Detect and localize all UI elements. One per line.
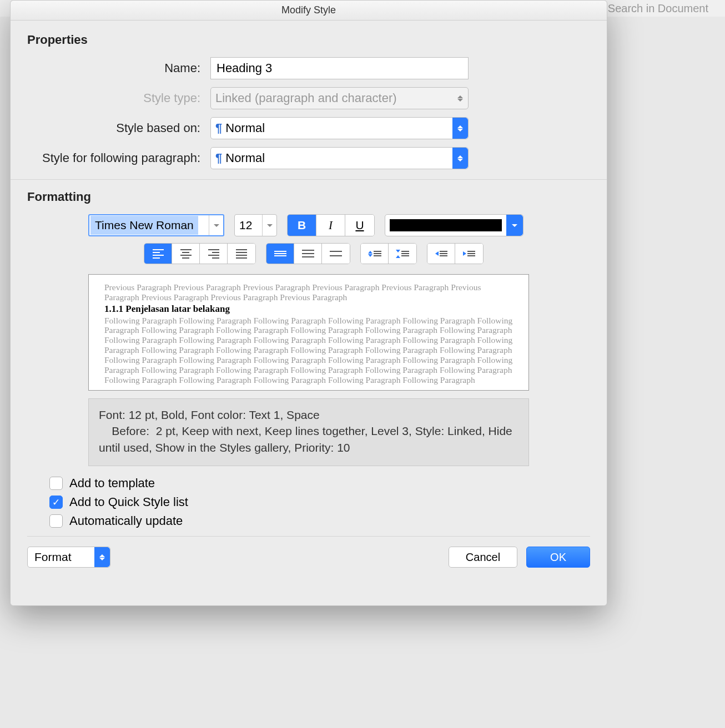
following-label: Style for following paragraph:	[27, 151, 210, 165]
quick-style-checkbox[interactable]: ✓	[49, 496, 63, 509]
auto-update-label: Automatically update	[69, 514, 183, 528]
format-button-label: Format	[34, 550, 72, 564]
add-template-checkbox[interactable]	[49, 477, 63, 490]
paragraph-mark-icon: ¶	[215, 121, 222, 135]
font-size-value: 12	[239, 219, 252, 232]
bold-italic-underline-group: B I U	[287, 214, 375, 236]
spacing-1-5-button[interactable]	[294, 244, 322, 264]
preview-box: Previous Paragraph Previous Paragraph Pr…	[88, 274, 529, 391]
dialog-title: Modify Style	[11, 1, 607, 21]
color-dropdown-icon	[506, 215, 523, 236]
add-template-label: Add to template	[69, 476, 155, 491]
alignment-group	[144, 243, 256, 264]
name-input[interactable]	[210, 57, 469, 79]
spacing-1-button[interactable]	[266, 244, 294, 264]
based-on-label: Style based on:	[27, 121, 210, 135]
based-on-value: Normal	[225, 121, 265, 135]
style-type-value: Linked (paragraph and character)	[215, 91, 397, 105]
cancel-button[interactable]: Cancel	[449, 547, 517, 568]
font-size-dropdown-icon	[262, 215, 276, 236]
increase-indent-button[interactable]	[455, 244, 483, 264]
decrease-indent-button[interactable]	[427, 244, 455, 264]
based-on-arrow-icon	[452, 118, 468, 139]
color-swatch	[390, 219, 502, 231]
bold-button[interactable]: B	[288, 215, 316, 236]
align-left-button[interactable]	[144, 244, 172, 264]
style-description: Font: 12 pt, Bold, Font color: Text 1, S…	[88, 398, 529, 466]
preview-sample-text: 1.1.1 Penjelasan latar belakang	[104, 304, 513, 315]
quick-style-label: Add to Quick Style list	[69, 495, 188, 509]
indent-group	[427, 243, 484, 264]
preview-following-text: Following Paragraph Following Paragraph …	[104, 316, 513, 385]
auto-update-checkbox[interactable]	[49, 514, 63, 528]
following-arrow-icon	[452, 148, 468, 169]
ok-button[interactable]: OK	[526, 547, 590, 568]
font-name-select[interactable]: Times New Roman	[88, 214, 224, 236]
properties-heading: Properties	[27, 33, 590, 47]
para-spacing-group	[360, 243, 417, 264]
format-menu-button[interactable]: Format	[27, 547, 110, 568]
style-type-select: Linked (paragraph and character)	[210, 87, 469, 109]
space-before-button[interactable]	[361, 244, 389, 264]
line-spacing-group	[266, 243, 350, 264]
underline-button[interactable]: U	[345, 215, 374, 236]
following-select[interactable]: ¶ Normal	[210, 147, 469, 169]
modify-style-dialog: Modify Style Properties Name: Style type…	[10, 0, 607, 606]
font-size-select[interactable]: 12	[234, 214, 277, 236]
name-label: Name:	[27, 61, 210, 75]
following-value: Normal	[225, 151, 265, 165]
align-justify-button[interactable]	[228, 244, 255, 264]
font-name-value: Times New Roman	[90, 216, 198, 235]
paragraph-mark-icon: ¶	[215, 151, 222, 165]
bg-search: 🔍 Search in Document	[591, 2, 708, 15]
format-menu-arrow-icon	[94, 547, 110, 567]
align-right-button[interactable]	[200, 244, 228, 264]
style-type-label: Style type:	[27, 91, 210, 105]
space-after-button[interactable]	[389, 244, 416, 264]
formatting-heading: Formatting	[27, 190, 590, 204]
preview-prev-text: Previous Paragraph Previous Paragraph Pr…	[104, 282, 513, 302]
italic-button[interactable]: I	[316, 215, 345, 236]
style-type-arrow-icon	[452, 88, 468, 109]
spacing-2-button[interactable]	[322, 244, 350, 264]
font-name-dropdown-icon	[209, 215, 223, 235]
font-color-select[interactable]	[385, 214, 523, 236]
based-on-select[interactable]: ¶ Normal	[210, 117, 469, 139]
align-center-button[interactable]	[172, 244, 200, 264]
